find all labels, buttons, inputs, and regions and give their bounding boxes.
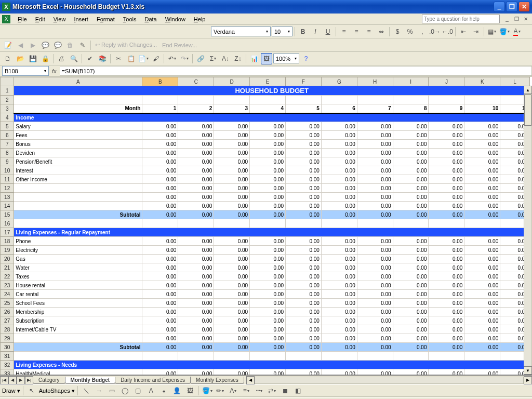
- month-col[interactable]: 9: [429, 104, 464, 113]
- cell[interactable]: 0.00: [178, 131, 214, 140]
- cell[interactable]: 0.00: [178, 157, 214, 166]
- cell[interactable]: 0.00: [357, 140, 393, 149]
- cell[interactable]: [285, 352, 321, 361]
- cell[interactable]: 0.00: [464, 237, 500, 246]
- cell[interactable]: 0.00: [393, 272, 429, 281]
- section-header[interactable]: Living Expenses - Regular Repayment: [14, 228, 530, 237]
- cell[interactable]: 0.00: [285, 157, 321, 166]
- row-header-33[interactable]: 33: [1, 369, 14, 376]
- month-col[interactable]: 10: [464, 104, 500, 113]
- cell[interactable]: 0.00: [250, 175, 286, 184]
- cell[interactable]: 0.00: [429, 157, 464, 166]
- cell[interactable]: 0.00: [250, 131, 286, 140]
- section-header[interactable]: Living Expenses - Needs: [14, 361, 530, 369]
- menu-data[interactable]: Data: [140, 15, 161, 24]
- new-button[interactable]: 🗋: [2, 53, 14, 64]
- diagram-button[interactable]: ⬥: [158, 385, 170, 396]
- row-header-23[interactable]: 23: [1, 281, 14, 290]
- cell[interactable]: 0.00: [285, 184, 321, 193]
- cell[interactable]: 0.00: [464, 334, 500, 343]
- print-button[interactable]: 🖨: [56, 53, 67, 64]
- cell[interactable]: 0.00: [429, 246, 464, 255]
- cell[interactable]: 0.00: [142, 316, 178, 325]
- row-label[interactable]: Interest: [14, 166, 142, 175]
- menu-tools[interactable]: Tools: [119, 15, 141, 24]
- cell[interactable]: 0.00: [178, 334, 214, 343]
- cell[interactable]: 0.00: [357, 290, 393, 299]
- cell[interactable]: 0.00: [429, 193, 464, 202]
- comma-button[interactable]: ,: [417, 26, 428, 37]
- sheet-tab-monthly-exp[interactable]: Monthly Expenses: [190, 377, 244, 384]
- cell[interactable]: 0.00: [285, 246, 321, 255]
- cell[interactable]: 0.00: [464, 210, 500, 219]
- cell[interactable]: 0.00: [250, 316, 286, 325]
- cell[interactable]: [214, 352, 250, 361]
- subtotal-label[interactable]: Subtotal: [14, 343, 142, 352]
- row-header-22[interactable]: 22: [1, 272, 14, 281]
- font-color-button[interactable]: A: [511, 26, 523, 37]
- cell[interactable]: 0.00: [285, 149, 321, 157]
- cell[interactable]: 0.00: [393, 308, 429, 316]
- cell[interactable]: 0.00: [142, 343, 178, 352]
- cell[interactable]: 0.00: [321, 369, 357, 376]
- cell[interactable]: 0.00: [214, 299, 250, 308]
- month-col[interactable]: 4: [250, 104, 286, 113]
- cell[interactable]: 0.00: [250, 272, 286, 281]
- save-button[interactable]: 💾: [27, 53, 38, 64]
- cell[interactable]: 0.00: [178, 210, 214, 219]
- col-header-E[interactable]: E: [250, 77, 286, 86]
- cell[interactable]: 0.00: [285, 193, 321, 202]
- cell[interactable]: 0.00: [429, 175, 464, 184]
- row-label[interactable]: [14, 202, 142, 210]
- cell[interactable]: 0.00: [429, 149, 464, 157]
- select-all-corner[interactable]: [1, 77, 14, 86]
- align-right-button[interactable]: ≡: [363, 26, 375, 37]
- cell[interactable]: 0.00: [178, 308, 214, 316]
- cell[interactable]: 0.00: [321, 334, 357, 343]
- tab-nav-next[interactable]: ▶: [17, 376, 25, 384]
- cell[interactable]: [429, 219, 464, 228]
- cell[interactable]: [321, 352, 357, 361]
- cell[interactable]: [14, 96, 142, 104]
- cell[interactable]: 0.00: [142, 308, 178, 316]
- cell[interactable]: 0.00: [214, 334, 250, 343]
- cell[interactable]: 0.00: [321, 246, 357, 255]
- cell[interactable]: [142, 219, 178, 228]
- fx-button[interactable]: fx: [49, 68, 60, 74]
- cell[interactable]: 0.00: [429, 281, 464, 290]
- month-col[interactable]: 5: [285, 104, 321, 113]
- cell[interactable]: 0.00: [250, 281, 286, 290]
- month-col[interactable]: 6: [321, 104, 357, 113]
- cell[interactable]: 0.00: [464, 308, 500, 316]
- next-comment-button[interactable]: ▶: [27, 39, 38, 51]
- cell[interactable]: 0.00: [393, 202, 429, 210]
- cell[interactable]: [393, 219, 429, 228]
- cell[interactable]: 0.00: [464, 131, 500, 140]
- ink-button[interactable]: ✎: [77, 39, 88, 51]
- picture-button[interactable]: 🖼: [184, 385, 196, 396]
- cell[interactable]: 0.00: [285, 255, 321, 263]
- cell[interactable]: 0.00: [321, 343, 357, 352]
- cell[interactable]: 0.00: [214, 255, 250, 263]
- doc-close-button[interactable]: ✕: [522, 16, 530, 23]
- scroll-right-button[interactable]: ▶: [524, 376, 532, 384]
- cell[interactable]: 0.00: [214, 184, 250, 193]
- cell[interactable]: 0.00: [464, 263, 500, 272]
- cell[interactable]: 0.00: [429, 299, 464, 308]
- cell[interactable]: 0.00: [321, 157, 357, 166]
- cell[interactable]: 0.00: [178, 193, 214, 202]
- cell[interactable]: [250, 219, 286, 228]
- tab-nav-prev[interactable]: ◀: [8, 376, 17, 384]
- print-preview-button[interactable]: 🔍: [68, 53, 79, 64]
- cell[interactable]: 0.00: [429, 184, 464, 193]
- cell[interactable]: 0.00: [142, 272, 178, 281]
- align-center-button[interactable]: ≡: [351, 26, 362, 37]
- cell[interactable]: [393, 96, 429, 104]
- fill-color-draw-button[interactable]: 🪣: [202, 385, 213, 396]
- cell[interactable]: 0.00: [250, 255, 286, 263]
- cell[interactable]: 0.00: [214, 290, 250, 299]
- cell[interactable]: 0.00: [214, 149, 250, 157]
- cell[interactable]: 0.00: [250, 122, 286, 131]
- cell[interactable]: 0.00: [178, 202, 214, 210]
- cell[interactable]: 0.00: [357, 343, 393, 352]
